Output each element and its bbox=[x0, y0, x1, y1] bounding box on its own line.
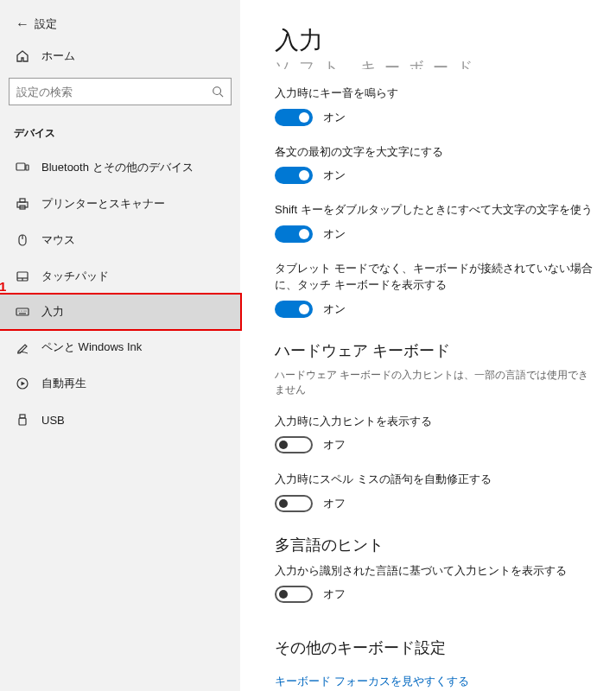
search-input[interactable] bbox=[16, 86, 212, 98]
toggle-state: オフ bbox=[323, 496, 346, 511]
home-label: ホーム bbox=[41, 48, 75, 64]
usb-icon bbox=[12, 413, 33, 427]
printer-icon bbox=[12, 197, 33, 211]
keyboard-icon bbox=[12, 305, 33, 319]
toggle-state: オン bbox=[323, 226, 346, 242]
toggle-state: オン bbox=[323, 110, 346, 125]
svg-point-16 bbox=[23, 310, 24, 311]
other-heading: その他のキーボード設定 bbox=[275, 637, 595, 658]
sidebar-item-typing[interactable]: 1 入力 bbox=[0, 293, 242, 331]
cutoff-heading: ソフト キーボード bbox=[275, 57, 595, 69]
sidebar-item-pen[interactable]: ペンと Windows Ink bbox=[0, 329, 240, 365]
svg-rect-12 bbox=[16, 308, 29, 315]
sidebar-item-touchpad[interactable]: タッチパッド bbox=[0, 258, 240, 295]
home-button[interactable]: ホーム bbox=[0, 40, 240, 73]
sidebar-item-label: プリンターとスキャナー bbox=[41, 196, 165, 212]
setting-input-hint: 入力時に入力ヒントを表示する オフ bbox=[275, 413, 595, 454]
search-box[interactable] bbox=[9, 78, 232, 105]
svg-point-0 bbox=[213, 87, 221, 95]
setting-touch-keyboard: タブレット モードでなく、キーボードが接続されていない場合に、タッチ キーボード… bbox=[275, 260, 595, 318]
sidebar-section-label: デバイス bbox=[0, 114, 240, 149]
setting-label: 入力時にスペル ミスの語句を自動修正する bbox=[275, 471, 595, 488]
toggle-key-sound[interactable] bbox=[275, 109, 313, 126]
back-icon[interactable]: ← bbox=[10, 16, 35, 32]
sidebar: ← 設定 ホーム デバイス Bluetooth とその他のデバイス プリンターと… bbox=[0, 0, 240, 691]
sidebar-item-label: ペンと Windows Ink bbox=[41, 339, 142, 355]
sidebar-item-label: 自動再生 bbox=[41, 376, 86, 391]
svg-rect-21 bbox=[19, 418, 26, 425]
toggle-state: オフ bbox=[323, 437, 346, 453]
toggle-state: オン bbox=[323, 301, 346, 317]
sidebar-item-label: 入力 bbox=[41, 304, 64, 320]
setting-shift-caps: Shift キーをダブルタップしたときにすべて大文字の文字を使う オン bbox=[275, 201, 595, 243]
sidebar-header: ← 設定 bbox=[0, 9, 240, 40]
sidebar-item-bluetooth[interactable]: Bluetooth とその他のデバイス bbox=[0, 149, 240, 186]
setting-autocorrect: 入力時にスペル ミスの語句を自動修正する オフ bbox=[275, 471, 595, 512]
sidebar-item-label: タッチパッド bbox=[41, 269, 109, 284]
link-kb-focus[interactable]: キーボード フォーカスを見やすくする bbox=[275, 674, 469, 689]
svg-line-1 bbox=[220, 94, 224, 98]
setting-key-sound: 入力時にキー音を鳴らす オン bbox=[275, 85, 595, 126]
svg-rect-5 bbox=[20, 199, 25, 202]
toggle-autocorrect[interactable] bbox=[275, 495, 313, 512]
setting-multilingual: 入力から識別された言語に基づいて入力ヒントを表示する オフ bbox=[275, 562, 595, 604]
setting-label: Shift キーをダブルタップしたときにすべて大文字の文字を使う bbox=[275, 201, 595, 219]
devices-icon bbox=[12, 161, 33, 174]
page-title: 入力 bbox=[275, 24, 595, 57]
svg-rect-20 bbox=[20, 415, 25, 418]
svg-point-14 bbox=[18, 310, 19, 311]
setting-label: 入力時に入力ヒントを表示する bbox=[275, 413, 595, 430]
svg-point-17 bbox=[25, 310, 26, 311]
home-icon bbox=[12, 49, 33, 63]
svg-point-15 bbox=[21, 310, 22, 311]
annotation-1: 1 bbox=[0, 279, 6, 294]
svg-rect-4 bbox=[17, 202, 28, 207]
sidebar-item-usb[interactable]: USB bbox=[0, 402, 240, 438]
svg-marker-19 bbox=[22, 382, 26, 386]
mouse-icon bbox=[12, 233, 33, 247]
sidebar-item-mouse[interactable]: マウス bbox=[0, 222, 240, 258]
toggle-state: オフ bbox=[323, 586, 346, 602]
setting-capitalize: 各文の最初の文字を大文字にする オン bbox=[275, 143, 595, 185]
setting-label: タブレット モードでなく、キーボードが接続されていない場合に、タッチ キーボード… bbox=[275, 260, 595, 294]
toggle-capitalize[interactable] bbox=[275, 167, 313, 184]
hw-note: ハードウェア キーボードの入力ヒントは、一部の言語では使用できません bbox=[275, 368, 595, 397]
svg-rect-2 bbox=[16, 163, 25, 170]
setting-label: 入力から識別された言語に基づいて入力ヒントを表示する bbox=[275, 562, 595, 580]
toggle-touch-keyboard[interactable] bbox=[275, 301, 313, 318]
toggle-input-hint[interactable] bbox=[275, 436, 313, 453]
sidebar-item-printers[interactable]: プリンターとスキャナー bbox=[0, 186, 240, 222]
settings-label: 設定 bbox=[35, 16, 57, 32]
setting-label: 各文の最初の文字を大文字にする bbox=[275, 143, 595, 161]
sidebar-item-label: USB bbox=[41, 414, 65, 427]
toggle-state: オン bbox=[323, 168, 346, 183]
svg-rect-3 bbox=[26, 165, 29, 170]
sidebar-item-label: Bluetooth とその他のデバイス bbox=[41, 160, 194, 175]
toggle-multilingual[interactable] bbox=[275, 586, 313, 603]
hw-heading: ハードウェア キーボード bbox=[275, 340, 595, 361]
pen-icon bbox=[12, 340, 33, 354]
setting-label: 入力時にキー音を鳴らす bbox=[275, 85, 595, 102]
sidebar-item-label: マウス bbox=[41, 232, 75, 248]
main-content: 入力 ソフト キーボード 入力時にキー音を鳴らす オン 各文の最初の文字を大文字… bbox=[240, 0, 616, 691]
search-icon bbox=[212, 86, 224, 98]
toggle-shift-caps[interactable] bbox=[275, 225, 313, 243]
multi-heading: 多言語のヒント bbox=[275, 535, 595, 555]
touchpad-icon bbox=[12, 269, 33, 283]
autoplay-icon bbox=[12, 377, 33, 390]
sidebar-item-autoplay[interactable]: 自動再生 bbox=[0, 365, 240, 402]
